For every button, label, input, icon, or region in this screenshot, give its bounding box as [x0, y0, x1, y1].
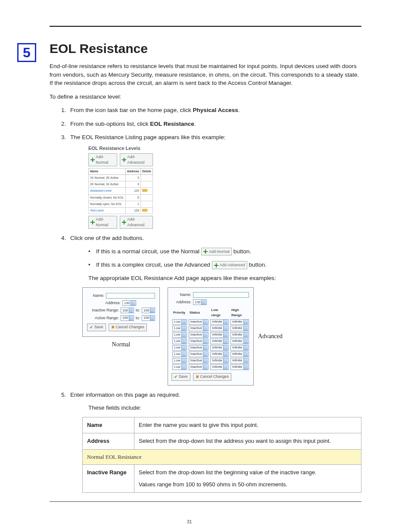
- cancel-button[interactable]: ✖Cancel Changes: [109, 324, 147, 332]
- page-number: 31: [17, 519, 361, 524]
- row-delete: [140, 175, 153, 181]
- plus-icon: [90, 158, 94, 162]
- plus-icon: [122, 158, 126, 162]
- add-normal-button[interactable]: Add-Normal: [88, 153, 117, 166]
- status-select[interactable]: Inactive: [189, 352, 209, 357]
- row-delete[interactable]: [140, 207, 153, 214]
- plus-icon: [214, 263, 218, 268]
- table-row: LowInactiveInfiniteInfinite: [171, 345, 250, 351]
- row-name: Normally open, No EOL: [89, 201, 126, 207]
- section-header: Normal EOL Resistance: [83, 449, 361, 464]
- plus-icon: [90, 220, 94, 224]
- step-3: The EOL Resistance Listing page appears …: [68, 133, 361, 229]
- delete-icon: [142, 189, 147, 192]
- lowrange-select[interactable]: Infinite: [210, 352, 229, 357]
- address-select[interactable]: 130: [193, 299, 207, 305]
- highrange-select[interactable]: Infinite: [230, 332, 249, 338]
- status-select[interactable]: Inactive: [189, 358, 209, 364]
- active-to[interactable]: 100: [142, 315, 155, 321]
- lowrange-select[interactable]: Infinite: [210, 332, 229, 338]
- field-name-header: Name: [83, 417, 134, 433]
- step-1: From the icon task bar on the home page,…: [68, 106, 361, 115]
- save-button[interactable]: ✔Save: [171, 373, 190, 381]
- priority-select[interactable]: Low: [172, 339, 187, 344]
- row-name: 1K Normal, 2K Active: [89, 175, 126, 181]
- priority-select[interactable]: Low: [172, 364, 187, 370]
- rule-top: [50, 26, 361, 27]
- add-normal-button[interactable]: Add-Normal: [88, 216, 117, 229]
- save-button[interactable]: ✔Save: [87, 324, 106, 332]
- table-row: Advanced Level129: [89, 188, 153, 194]
- row-address: 129: [125, 188, 140, 194]
- status-select[interactable]: Inactive: [189, 326, 209, 331]
- lowrange-select[interactable]: Infinite: [210, 326, 229, 331]
- highrange-select[interactable]: Infinite: [230, 352, 249, 357]
- priority-select[interactable]: Low: [172, 326, 187, 331]
- chapter-badge: 5: [17, 43, 36, 62]
- table-row: Normally closed, No EOL0: [89, 194, 153, 201]
- field-address-desc: Select from the drop-down list the addre…: [134, 433, 361, 449]
- address-select[interactable]: 130: [122, 300, 136, 306]
- row-name: Normally closed, No EOL: [89, 194, 126, 201]
- lowrange-select[interactable]: Infinite: [210, 364, 229, 370]
- table-row: LowInactiveInfiniteInfinite: [171, 364, 250, 370]
- after-buttons: The appropriate EOL Resistance Add page …: [88, 274, 361, 283]
- row-delete: [140, 181, 153, 188]
- normal-caption: Normal: [82, 340, 160, 349]
- highrange-select[interactable]: Infinite: [230, 339, 249, 344]
- advanced-grid: Priority Status Low range High Range Low…: [171, 307, 250, 370]
- field-address-header: Address: [83, 433, 134, 449]
- field-inactive-desc: Select from the drop-down list the begin…: [134, 464, 361, 492]
- inactive-from[interactable]: 100: [121, 308, 134, 313]
- inactive-to[interactable]: 100: [142, 308, 155, 313]
- page-title: EOL Resistance: [50, 41, 361, 56]
- add-advanced-button[interactable]: Add-Advanced: [120, 153, 153, 166]
- row-name[interactable]: Test Level: [89, 207, 126, 214]
- add-advanced-button[interactable]: Add-Advanced: [120, 216, 153, 229]
- add-normal-button-inline[interactable]: Add-Normal: [201, 248, 232, 255]
- priority-select[interactable]: Low: [172, 319, 187, 325]
- advanced-form: Name: Address:130 Priority Status Low ra…: [168, 287, 254, 386]
- status-select[interactable]: Inactive: [189, 332, 209, 338]
- name-input[interactable]: [193, 292, 249, 298]
- active-from[interactable]: 100: [121, 315, 134, 321]
- lowrange-select[interactable]: Infinite: [210, 345, 229, 351]
- normal-form-wrap: Name: Address:130 Inactive Range:100to:1…: [82, 287, 160, 349]
- status-select[interactable]: Inactive: [189, 364, 209, 370]
- row-delete[interactable]: [140, 188, 153, 194]
- table-row: 1K Normal, 2K Active2: [89, 175, 153, 181]
- chapter-number: 5: [23, 45, 31, 61]
- col-address: Address: [125, 168, 140, 174]
- step-4: Click one of the add buttons. If this is…: [68, 234, 361, 386]
- lowrange-select[interactable]: Infinite: [210, 319, 229, 325]
- cancel-button[interactable]: ✖Cancel Changes: [193, 373, 232, 381]
- name-input[interactable]: [106, 293, 155, 299]
- status-select[interactable]: Inactive: [189, 345, 209, 351]
- step-5: Enter information on this page as requir…: [68, 391, 361, 493]
- plus-icon: [122, 220, 126, 224]
- highrange-select[interactable]: Infinite: [230, 358, 249, 364]
- add-advanced-button-inline[interactable]: Add-Advanced: [212, 261, 247, 269]
- intro-para: End-of-line resistance refers to resista…: [50, 62, 361, 87]
- field-name-desc: Enter the name you want to give this inp…: [134, 417, 361, 433]
- row-name[interactable]: Advanced Level: [89, 188, 126, 194]
- table-section: Normal EOL Resistance: [83, 449, 361, 464]
- highrange-select[interactable]: Infinite: [230, 345, 249, 351]
- status-select[interactable]: Inactive: [189, 339, 209, 344]
- priority-select[interactable]: Low: [172, 332, 187, 338]
- priority-select[interactable]: Low: [172, 358, 187, 364]
- highrange-select[interactable]: Infinite: [230, 326, 249, 331]
- bullet-advanced: If this is a complex circuit, use the Ad…: [88, 260, 361, 270]
- priority-select[interactable]: Low: [172, 345, 187, 351]
- highrange-select[interactable]: Infinite: [230, 364, 249, 370]
- table-row: LowInactiveInfiniteInfinite: [171, 358, 250, 364]
- lowrange-select[interactable]: Infinite: [210, 358, 229, 364]
- table-row: 2K Normal, 1K Active3: [89, 181, 153, 188]
- highrange-select[interactable]: Infinite: [230, 319, 249, 325]
- priority-select[interactable]: Low: [172, 352, 187, 357]
- check-icon: ✔: [174, 374, 177, 380]
- status-select[interactable]: Inactive: [189, 319, 209, 325]
- lowrange-select[interactable]: Infinite: [210, 339, 229, 344]
- fields-table: Name Enter the name you want to give thi…: [82, 417, 361, 493]
- plus-icon: [203, 249, 208, 254]
